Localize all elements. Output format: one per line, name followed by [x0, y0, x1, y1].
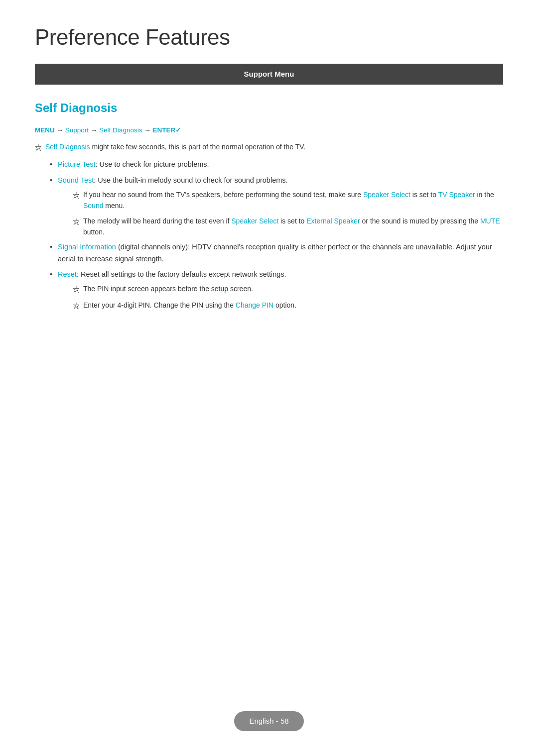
sound-note-2: ⛦ The melody will be heard during the te… [73, 216, 503, 238]
tv-speaker-link: TV Speaker [438, 191, 475, 199]
bullet-signal-information: Signal Information (digital channels onl… [50, 241, 503, 264]
sound-note-1: ⛦ If you hear no sound from the TV's spe… [73, 189, 503, 212]
reset-link: Reset [58, 270, 77, 278]
sound-test-notes: ⛦ If you hear no sound from the TV's spe… [73, 189, 503, 238]
reset-note-2-text: Enter your 4-digit PIN. Change the PIN u… [83, 300, 296, 311]
external-speaker-link: External Speaker [306, 217, 360, 225]
reset-note-2: ⛦ Enter your 4-digit PIN. Change the PIN… [73, 300, 503, 312]
reset-note-1: ⛦ The PIN input screen appears before th… [73, 283, 503, 296]
arrow-1: → [57, 126, 65, 134]
reset-rest: : Reset all settings to the factory defa… [77, 270, 286, 278]
intro-self-diag-link: Self Diagnosis [45, 143, 90, 151]
sound-test-rest: : Use the built-in melody sound to check… [94, 176, 287, 184]
arrow-2: → [91, 126, 99, 134]
bullet-list: Picture Test: Use to check for picture p… [50, 159, 503, 312]
picture-test-link: Picture Test [58, 160, 96, 168]
sound-note-2-text: The melody will be heard during the test… [83, 216, 503, 238]
menu-path: MENU → Support → Self Diagnosis → ENTER✓ [35, 125, 503, 136]
bullet-reset: Reset: Reset all settings to the factory… [50, 269, 503, 312]
sound-test-link: Sound Test [58, 176, 94, 184]
menu-keyword-selfdiagnosis: Self Diagnosis [99, 126, 142, 134]
speaker-select-link-1: Speaker Select [363, 191, 410, 199]
signal-information-link: Signal Information [58, 243, 116, 251]
section-header: Support Menu [35, 64, 503, 85]
picture-test-rest: : Use to check for picture problems. [96, 160, 209, 168]
reset-notes: ⛦ The PIN input screen appears before th… [73, 283, 503, 312]
note-icon-sound-1: ⛦ [73, 190, 80, 202]
reset-note-1-text: The PIN input screen appears before the … [83, 283, 253, 294]
signal-information-rest: (digital channels only): HDTV channel's … [58, 243, 492, 262]
footer-badge: English - 58 [234, 711, 303, 731]
section-title: Self Diagnosis [35, 99, 503, 117]
intro-note: ⛦ Self Diagnosis might take few seconds,… [35, 141, 503, 154]
page-title: Preference Features [35, 20, 503, 55]
note-icon-sound-2: ⛦ [73, 216, 80, 228]
mute-link: MUTE [480, 217, 500, 225]
note-icon-intro: ⛦ [35, 142, 42, 154]
change-pin-link: Change PIN [236, 301, 273, 309]
arrow-3: → [144, 126, 152, 134]
footer: English - 58 [0, 711, 538, 731]
note-icon-reset-1: ⛦ [73, 284, 80, 296]
bullet-sound-test: Sound Test: Use the built-in melody soun… [50, 175, 503, 238]
menu-keyword-menu: MENU [35, 126, 55, 134]
sound-note-1-text: If you hear no sound from the TV's speak… [83, 189, 503, 212]
speaker-select-link-2: Speaker Select [231, 217, 278, 225]
note-icon-reset-2: ⛦ [73, 300, 80, 312]
menu-keyword-enter: ENTER [152, 126, 175, 134]
enter-icon: ✓ [175, 126, 181, 134]
intro-note-text: Self Diagnosis might take few seconds, t… [45, 141, 305, 152]
sound-link: Sound [83, 202, 103, 210]
bullet-picture-test: Picture Test: Use to check for picture p… [50, 159, 503, 170]
menu-keyword-support: Support [65, 126, 89, 134]
